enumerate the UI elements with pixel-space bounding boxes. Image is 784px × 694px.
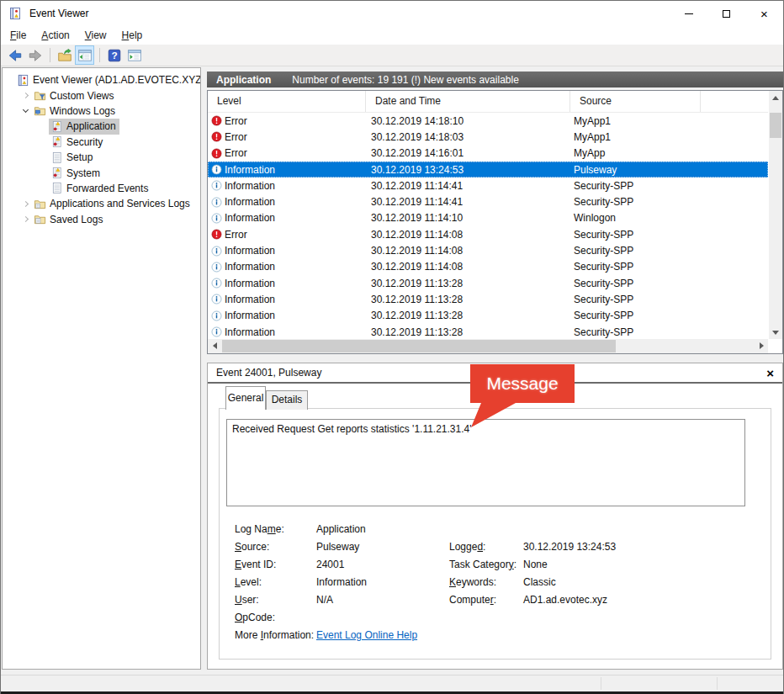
vertical-scroll-thumb[interactable] bbox=[770, 113, 781, 138]
event-row[interactable]: Error30.12.2019 14:18:10MyApp1 bbox=[208, 113, 768, 129]
minimize-button[interactable] bbox=[670, 1, 707, 26]
maximize-button[interactable] bbox=[707, 1, 745, 26]
detail-field-row: OpCode: bbox=[235, 608, 764, 626]
expander-collapsed-icon[interactable] bbox=[19, 93, 32, 98]
show-console-tree-button[interactable] bbox=[75, 45, 94, 65]
event-message: Received Request Get reports statistics … bbox=[232, 423, 472, 435]
menu-file[interactable]: File bbox=[3, 27, 34, 44]
event-row[interactable]: Information30.12.2019 11:14:08Security-S… bbox=[208, 242, 768, 258]
menu-view[interactable]: View bbox=[77, 27, 114, 44]
field-label: Level: bbox=[235, 576, 316, 588]
back-icon bbox=[8, 48, 23, 63]
cell-date: 30.12.2019 14:18:10 bbox=[371, 115, 574, 127]
expander-collapsed-icon[interactable] bbox=[19, 202, 32, 206]
maximize-icon bbox=[723, 10, 730, 18]
export-log-icon bbox=[57, 48, 72, 63]
event-row[interactable]: Information30.12.2019 11:13:28Security-S… bbox=[208, 291, 768, 307]
cell-date: 30.12.2019 11:13:28 bbox=[371, 310, 574, 321]
event-row[interactable]: Information30.12.2019 11:14:41Security-S… bbox=[208, 193, 768, 209]
info-icon bbox=[211, 310, 222, 321]
help-button[interactable] bbox=[104, 45, 124, 65]
tab-details[interactable]: Details bbox=[266, 390, 308, 410]
log-summary: Number of events: 19 191 (!) New events … bbox=[292, 74, 518, 86]
tab-general[interactable]: General bbox=[225, 386, 266, 410]
field-value: 30.12.2019 13:24:53 bbox=[523, 541, 764, 553]
event-row[interactable]: Information30.12.2019 11:14:41Security-S… bbox=[208, 177, 768, 193]
chevron-icon bbox=[23, 93, 29, 98]
log-alert-icon bbox=[50, 135, 63, 148]
forward-button[interactable] bbox=[25, 45, 45, 65]
cell-level: Error bbox=[225, 147, 371, 159]
event-row[interactable]: Information30.12.2019 11:14:10Winlogon bbox=[208, 210, 768, 226]
event-row[interactable]: Error30.12.2019 14:16:01MyApp bbox=[208, 146, 768, 162]
event-row[interactable]: Information30.12.2019 11:13:28Security-S… bbox=[208, 275, 768, 291]
menu-help[interactable]: Help bbox=[114, 27, 151, 44]
detail-fields: Log Name:ApplicationSource:PulsewayLogge… bbox=[235, 520, 764, 644]
expander-collapsed-icon[interactable] bbox=[19, 217, 32, 221]
event-row[interactable]: Information30.12.2019 11:14:08Security-S… bbox=[208, 259, 768, 275]
horizontal-scroll-thumb[interactable] bbox=[222, 340, 616, 352]
field-label: Keywords: bbox=[449, 576, 523, 588]
tree-item-forwarded-events[interactable]: Forwarded Events bbox=[3, 181, 200, 196]
tree-item-application[interactable]: Application bbox=[3, 119, 200, 134]
tree-item-system[interactable]: System bbox=[3, 165, 200, 180]
info-icon bbox=[211, 213, 222, 224]
cell-level: Error bbox=[225, 115, 371, 127]
export-log-button[interactable] bbox=[55, 45, 74, 65]
event-row[interactable]: Information30.12.2019 11:13:28Security-S… bbox=[208, 308, 768, 324]
tree-item-windows-logs[interactable]: Windows Logs bbox=[3, 103, 200, 119]
message-callout-label: Message bbox=[486, 373, 558, 393]
tree-item-event-viewer-ad1-ad-evotec-xyz[interactable]: Event Viewer (AD1.AD.EVOTEC.XYZ) bbox=[3, 72, 200, 87]
cell-date: 30.12.2019 11:14:08 bbox=[371, 245, 574, 257]
close-button[interactable]: × bbox=[745, 1, 783, 26]
cell-source: Pulseway bbox=[574, 164, 768, 176]
tree-item-label: System bbox=[66, 167, 100, 179]
field-value: N/A bbox=[316, 594, 449, 606]
scroll-left-button[interactable] bbox=[208, 339, 221, 352]
status-separator bbox=[601, 677, 601, 690]
column-header-source[interactable]: Source bbox=[570, 91, 701, 112]
log-plain-icon bbox=[50, 182, 63, 194]
field-value: Application bbox=[316, 523, 449, 535]
show-action-pane-button[interactable] bbox=[124, 45, 144, 65]
log-plain-icon bbox=[50, 151, 63, 164]
back-button[interactable] bbox=[5, 45, 24, 65]
tree: Event Viewer (AD1.AD.EVOTEC.XYZ)Custom V… bbox=[3, 72, 200, 227]
event-row[interactable]: Information30.12.2019 11:13:28Security-S… bbox=[208, 324, 768, 339]
info-icon bbox=[211, 164, 222, 175]
expander-expanded-icon[interactable] bbox=[19, 109, 32, 112]
vertical-scrollbar[interactable] bbox=[769, 91, 782, 339]
event-log-online-help-link[interactable]: Event Log Online Help bbox=[316, 629, 417, 641]
horizontal-scrollbar[interactable] bbox=[208, 339, 768, 353]
cell-date: 30.12.2019 11:13:28 bbox=[371, 294, 574, 305]
cell-source: Security-SPP bbox=[574, 229, 768, 241]
tree-item-custom-views[interactable]: Custom Views bbox=[3, 87, 200, 103]
tree-item-applications-and-services-logs[interactable]: Applications and Services Logs bbox=[3, 196, 200, 211]
cell-date: 30.12.2019 11:14:41 bbox=[371, 196, 574, 208]
menu-action[interactable]: Action bbox=[34, 27, 77, 44]
tree-item-setup[interactable]: Setup bbox=[3, 150, 200, 165]
cell-level: Information bbox=[225, 180, 371, 192]
scroll-right-button[interactable] bbox=[755, 339, 768, 352]
close-preview-icon[interactable]: × bbox=[766, 367, 774, 379]
detail-field-row: Level:InformationKeywords:Classic bbox=[235, 573, 764, 591]
folder-filter-icon bbox=[34, 89, 46, 102]
tree-item-label: Security bbox=[66, 136, 103, 148]
window-title: Event Viewer bbox=[29, 8, 88, 19]
event-row[interactable]: Error30.12.2019 11:14:08Security-SPP bbox=[208, 226, 768, 242]
tree-item-saved-logs[interactable]: Saved Logs bbox=[3, 212, 200, 227]
tree-item-security[interactable]: Security bbox=[3, 135, 200, 150]
event-row[interactable]: Error30.12.2019 14:18:03MyApp1 bbox=[208, 129, 768, 145]
event-rows: Error30.12.2019 14:18:10MyApp1Error30.12… bbox=[208, 113, 768, 339]
close-icon: × bbox=[760, 8, 768, 20]
event-row[interactable]: Information30.12.2019 13:24:53Pulseway bbox=[208, 162, 768, 177]
general-tab-page: Received Request Get reports statistics … bbox=[219, 408, 771, 660]
scroll-down-button[interactable] bbox=[769, 326, 782, 339]
tree-item-label: Saved Logs bbox=[50, 214, 103, 225]
column-header-level[interactable]: Level bbox=[208, 91, 366, 112]
chevron-right-icon bbox=[760, 342, 764, 349]
scroll-up-button[interactable] bbox=[769, 91, 782, 104]
chevron-icon bbox=[23, 201, 29, 207]
column-header-date[interactable]: Date and Time bbox=[366, 91, 570, 112]
cell-date: 30.12.2019 11:13:28 bbox=[371, 278, 574, 289]
